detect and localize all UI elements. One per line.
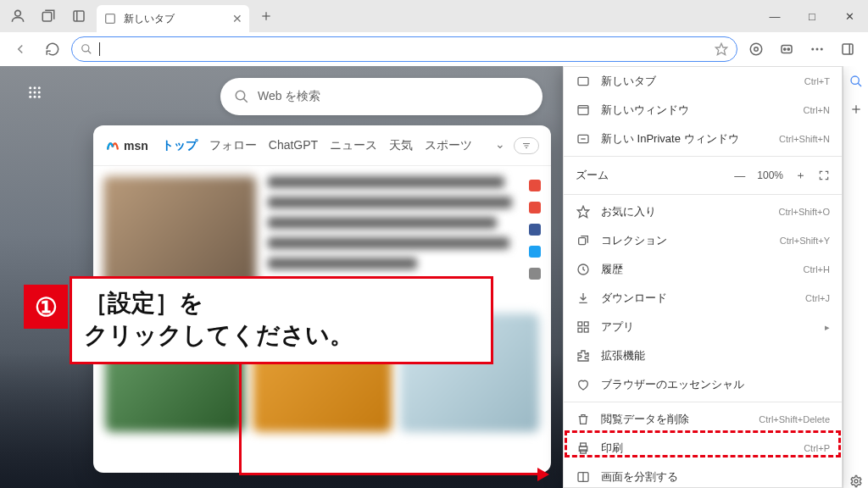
download-icon bbox=[576, 291, 591, 305]
svg-point-24 bbox=[34, 92, 36, 94]
svg-rect-4 bbox=[106, 14, 115, 24]
svg-point-22 bbox=[38, 86, 41, 89]
sidebar-toggle-icon[interactable] bbox=[834, 36, 861, 63]
workspaces-icon[interactable] bbox=[36, 3, 61, 29]
window-controls: — □ ✕ bbox=[756, 0, 868, 32]
menu-favorites[interactable]: お気に入り Ctrl+Shift+O bbox=[564, 197, 842, 226]
browser-toolbar bbox=[0, 32, 868, 66]
svg-rect-48 bbox=[578, 328, 582, 332]
menu-extensions[interactable]: 拡張機能 bbox=[564, 341, 842, 370]
svg-point-21 bbox=[34, 86, 36, 89]
menu-print[interactable]: 印刷 Ctrl+P bbox=[564, 434, 842, 463]
nav-weather[interactable]: 天気 bbox=[389, 138, 413, 153]
svg-rect-40 bbox=[578, 106, 588, 115]
zoom-in-button[interactable]: ＋ bbox=[795, 168, 806, 183]
svg-line-30 bbox=[243, 98, 248, 103]
svg-point-13 bbox=[784, 48, 786, 50]
more-menu-button[interactable] bbox=[804, 36, 831, 63]
menu-essentials[interactable]: ブラウザーのエッセンシャル bbox=[564, 370, 842, 399]
web-search-box[interactable]: Web を検索 bbox=[220, 78, 542, 115]
svg-point-14 bbox=[787, 48, 789, 50]
svg-point-28 bbox=[38, 96, 41, 98]
menu-clear-data[interactable]: 閲覧データを削除 Ctrl+Shift+Delete bbox=[564, 405, 842, 434]
svg-point-16 bbox=[816, 48, 819, 51]
svg-point-0 bbox=[15, 10, 21, 16]
svg-point-25 bbox=[38, 92, 41, 94]
svg-point-10 bbox=[750, 43, 762, 55]
browser-tab[interactable]: 新しいタブ ✕ bbox=[97, 5, 249, 32]
menu-collections[interactable]: コレクション Ctrl+Shift+Y bbox=[564, 226, 842, 255]
star-icon bbox=[576, 205, 591, 219]
window-icon bbox=[576, 103, 591, 117]
search-icon bbox=[81, 43, 92, 55]
tab-icon bbox=[576, 75, 591, 88]
chevron-right-icon: ▸ bbox=[825, 322, 830, 333]
svg-point-15 bbox=[811, 48, 814, 51]
svg-point-17 bbox=[821, 48, 823, 51]
search-placeholder: Web を検索 bbox=[258, 89, 320, 104]
sidebar-search-icon[interactable] bbox=[849, 75, 863, 88]
fullscreen-icon[interactable] bbox=[818, 169, 830, 181]
msn-nav: トップ フォロー ChatGPT ニュース 天気 スポーツ bbox=[162, 138, 472, 153]
filter-pill[interactable] bbox=[514, 137, 539, 154]
app-launcher-icon[interactable] bbox=[27, 85, 42, 100]
msn-logo[interactable]: msn bbox=[105, 138, 148, 153]
svg-point-34 bbox=[851, 76, 859, 84]
svg-point-38 bbox=[854, 480, 858, 483]
menu-new-inprivate[interactable]: 新しい InPrivate ウィンドウ Ctrl+Shift+N bbox=[564, 125, 842, 153]
zoom-out-button[interactable]: — bbox=[734, 169, 745, 182]
edge-sidebar bbox=[843, 66, 868, 488]
inprivate-icon bbox=[576, 132, 591, 146]
sidebar-add-icon[interactable] bbox=[850, 103, 862, 115]
tab-actions-icon[interactable] bbox=[66, 3, 92, 29]
window-titlebar: 新しいタブ ✕ — □ ✕ bbox=[0, 0, 868, 32]
extensions-icon[interactable] bbox=[743, 36, 770, 63]
svg-rect-2 bbox=[74, 11, 84, 21]
menu-history[interactable]: 履歴 Ctrl+H bbox=[564, 255, 842, 284]
menu-new-tab[interactable]: 新しいタブ Ctrl+T bbox=[564, 67, 842, 96]
print-icon bbox=[576, 441, 591, 455]
address-bar[interactable] bbox=[71, 36, 737, 62]
svg-point-27 bbox=[34, 96, 36, 98]
menu-split-screen[interactable]: 画面を分割する bbox=[564, 463, 842, 488]
nav-top[interactable]: トップ bbox=[162, 138, 198, 153]
svg-marker-43 bbox=[577, 206, 588, 217]
nav-chatgpt[interactable]: ChatGPT bbox=[269, 138, 318, 153]
page-content: Web を検索 msn トップ フォロー ChatGPT ニュース 天気 スポー… bbox=[0, 66, 868, 488]
sidebar-settings-icon[interactable] bbox=[849, 474, 863, 488]
svg-rect-12 bbox=[782, 46, 792, 53]
text-cursor bbox=[99, 42, 100, 56]
copilot-icon[interactable] bbox=[773, 36, 800, 63]
svg-point-11 bbox=[754, 47, 759, 52]
profile-icon[interactable] bbox=[5, 3, 31, 29]
svg-rect-51 bbox=[581, 443, 587, 446]
msn-header: msn トップ フォロー ChatGPT ニュース 天気 スポーツ ⌄ bbox=[93, 125, 551, 166]
svg-rect-1 bbox=[42, 13, 52, 22]
refresh-button[interactable] bbox=[39, 36, 66, 63]
back-button[interactable] bbox=[7, 36, 34, 63]
svg-point-29 bbox=[236, 91, 245, 100]
annotation-badge: ① bbox=[24, 285, 68, 329]
chevron-down-icon[interactable]: ⌄ bbox=[495, 137, 505, 154]
close-window-button[interactable]: ✕ bbox=[831, 0, 868, 32]
svg-line-35 bbox=[858, 83, 861, 86]
tab-close-icon[interactable]: ✕ bbox=[232, 12, 242, 25]
tab-favicon bbox=[103, 12, 117, 25]
svg-point-23 bbox=[29, 92, 31, 94]
maximize-button[interactable]: □ bbox=[793, 0, 831, 32]
menu-new-window[interactable]: 新しいウィンドウ Ctrl+N bbox=[564, 96, 842, 125]
history-icon bbox=[576, 263, 591, 276]
menu-apps[interactable]: アプリ ▸ bbox=[564, 313, 842, 341]
nav-news[interactable]: ニュース bbox=[330, 138, 377, 153]
nav-follow[interactable]: フォロー bbox=[209, 138, 257, 153]
collections-icon bbox=[576, 234, 591, 247]
minimize-button[interactable]: — bbox=[756, 0, 793, 32]
svg-rect-18 bbox=[843, 44, 853, 54]
nav-sports[interactable]: スポーツ bbox=[425, 138, 472, 153]
svg-rect-47 bbox=[584, 322, 588, 326]
favorite-star-icon[interactable] bbox=[715, 42, 728, 56]
svg-line-8 bbox=[88, 51, 92, 54]
trash-icon bbox=[576, 413, 591, 426]
menu-downloads[interactable]: ダウンロード Ctrl+J bbox=[564, 284, 842, 313]
new-tab-button[interactable] bbox=[254, 4, 278, 28]
